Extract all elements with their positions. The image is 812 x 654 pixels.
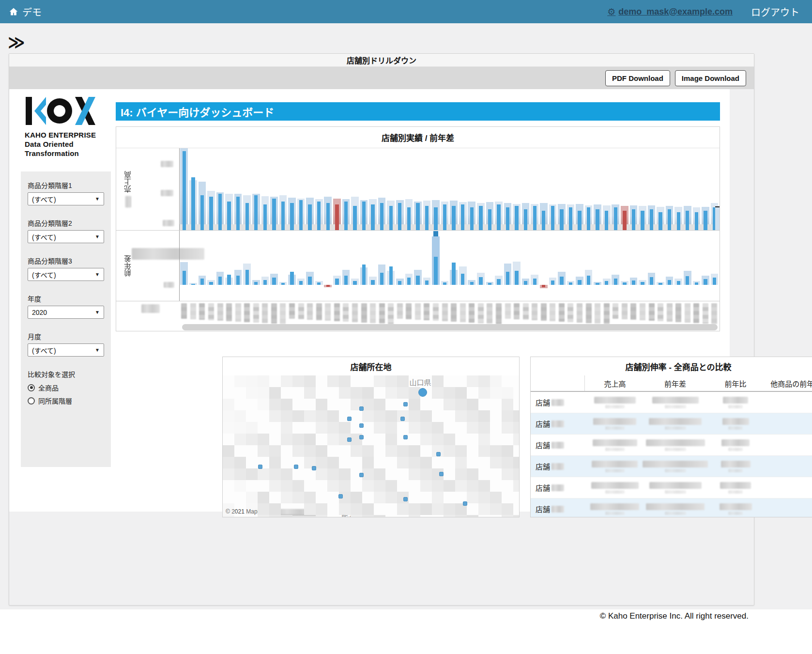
bar[interactable] xyxy=(198,231,207,301)
bar[interactable] xyxy=(404,148,414,230)
bar[interactable] xyxy=(243,231,252,301)
bar[interactable] xyxy=(665,148,674,230)
table-col-header-3[interactable]: 他商品の前年比 xyxy=(766,378,812,389)
store-map-point[interactable] xyxy=(463,501,467,506)
bar[interactable] xyxy=(278,148,288,230)
bar[interactable] xyxy=(386,148,396,230)
bar[interactable] xyxy=(225,148,234,230)
bar[interactable] xyxy=(215,231,225,301)
bar[interactable] xyxy=(539,148,549,230)
filter-select-0[interactable]: (すべて)▼ xyxy=(28,192,104,205)
table-col-header-1[interactable]: 前年差 xyxy=(645,378,705,389)
bar[interactable] xyxy=(270,148,279,230)
bar[interactable] xyxy=(333,231,342,301)
bar[interactable] xyxy=(243,148,252,230)
bar[interactable] xyxy=(638,231,647,301)
store-map-point[interactable] xyxy=(400,417,405,421)
bar[interactable] xyxy=(476,231,486,301)
bar[interactable] xyxy=(485,231,494,301)
store-map-point[interactable] xyxy=(403,435,408,439)
map-canvas[interactable]: 山口県 熊本県 © 2021 Mapbox © xyxy=(223,375,519,517)
bar[interactable] xyxy=(647,148,656,230)
bar[interactable] xyxy=(566,231,575,301)
bar[interactable] xyxy=(414,148,423,230)
chart-horizontal-scrollbar[interactable] xyxy=(182,324,718,330)
store-map-point[interactable] xyxy=(338,494,343,498)
bar[interactable] xyxy=(593,148,602,230)
bar[interactable] xyxy=(584,231,593,301)
compare-radio-1[interactable]: 同所属階層 xyxy=(28,396,104,405)
bar[interactable] xyxy=(701,148,710,230)
table-row[interactable]: 店舗 xyxy=(531,392,812,413)
store-map-point[interactable] xyxy=(258,465,262,469)
bar[interactable] xyxy=(557,148,567,230)
bar[interactable] xyxy=(503,148,512,230)
bar[interactable] xyxy=(414,231,423,301)
bar[interactable] xyxy=(396,148,405,230)
sidebar-collapse-icon[interactable]: ≫ xyxy=(8,34,25,50)
bar[interactable] xyxy=(485,148,494,230)
bar[interactable] xyxy=(602,148,611,230)
store-map-point[interactable] xyxy=(347,417,352,421)
bar[interactable] xyxy=(404,231,414,301)
store-map-point[interactable] xyxy=(439,472,444,476)
bar[interactable] xyxy=(494,148,504,230)
bar[interactable] xyxy=(189,148,198,230)
bar[interactable] xyxy=(306,148,315,230)
bar[interactable] xyxy=(422,231,431,301)
store-map-point[interactable] xyxy=(359,406,364,411)
bar[interactable] xyxy=(368,231,378,301)
bar[interactable] xyxy=(260,148,270,230)
image-download-button[interactable]: Image Download xyxy=(675,70,746,86)
table-row[interactable]: 店舗 xyxy=(531,413,812,435)
bar[interactable] xyxy=(368,148,378,230)
filter-select-3[interactable]: 2020▼ xyxy=(28,306,104,319)
bar[interactable] xyxy=(189,231,198,301)
bar[interactable] xyxy=(351,231,360,301)
bar[interactable] xyxy=(386,231,396,301)
bar[interactable] xyxy=(521,231,530,301)
bar[interactable] xyxy=(611,231,620,301)
bar[interactable] xyxy=(674,231,683,301)
bar[interactable] xyxy=(198,148,207,230)
bar[interactable] xyxy=(638,148,647,230)
bar[interactable] xyxy=(548,231,557,301)
table-row[interactable]: 店舗 xyxy=(531,435,812,456)
filter-select-1[interactable]: (すべて)▼ xyxy=(28,230,104,243)
bar[interactable] xyxy=(503,231,512,301)
bar[interactable] xyxy=(296,148,306,230)
filter-select-4[interactable]: (すべて)▼ xyxy=(28,343,104,357)
bar[interactable] xyxy=(180,231,189,301)
compare-radio-0[interactable]: 全商品 xyxy=(28,383,104,392)
bar[interactable] xyxy=(683,148,692,230)
table-col-header-0[interactable]: 売上高 xyxy=(585,378,645,389)
store-map-point[interactable] xyxy=(403,402,408,406)
table-row[interactable]: 店舗 xyxy=(531,456,812,477)
filter-select-2[interactable]: (すべて)▼ xyxy=(28,268,104,281)
bar[interactable] xyxy=(341,231,351,301)
pdf-download-button[interactable]: PDF Download xyxy=(605,70,670,86)
bar[interactable] xyxy=(530,231,539,301)
bar[interactable] xyxy=(359,148,368,230)
bar[interactable] xyxy=(233,148,243,230)
user-account-link[interactable]: ⚙ demo_mask@example.com xyxy=(607,6,733,17)
bar[interactable] xyxy=(521,148,530,230)
bar[interactable] xyxy=(396,231,405,301)
bar[interactable] xyxy=(530,148,539,230)
bar[interactable] xyxy=(584,148,593,230)
bar[interactable] xyxy=(296,231,306,301)
bar[interactable] xyxy=(575,148,584,230)
nav-brand[interactable]: デモ xyxy=(9,5,42,19)
bar[interactable] xyxy=(701,231,710,301)
bar[interactable] xyxy=(512,148,521,230)
bar[interactable] xyxy=(377,231,386,301)
store-map-point[interactable] xyxy=(359,423,364,428)
bar[interactable] xyxy=(207,148,216,230)
bar[interactable] xyxy=(323,231,333,301)
bar[interactable] xyxy=(323,148,333,230)
bar[interactable] xyxy=(215,148,225,230)
bar[interactable] xyxy=(270,231,279,301)
store-map-point[interactable] xyxy=(359,473,364,477)
bar[interactable] xyxy=(440,148,449,230)
bar[interactable] xyxy=(629,231,638,301)
